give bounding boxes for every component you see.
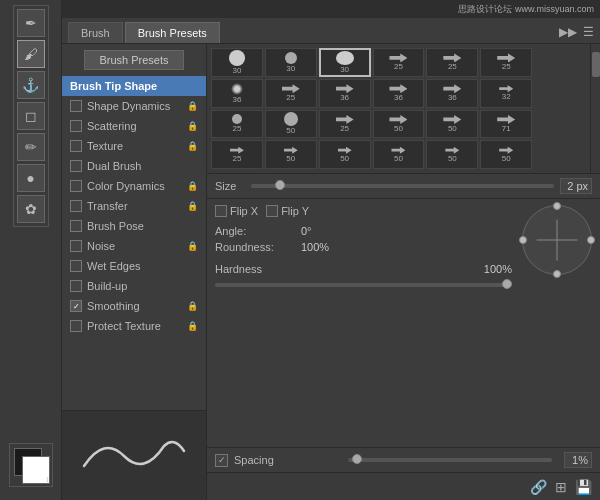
brush-thumb-23[interactable]: 50 [319, 140, 371, 169]
brush-thumb-5[interactable]: 25 [480, 48, 532, 77]
flip-x-btn[interactable]: Flip X [215, 205, 258, 217]
brush-list-item-3[interactable]: Texture🔒 [62, 136, 206, 156]
thumb-arrow [282, 84, 300, 93]
flip-x-checkbox[interactable] [215, 205, 227, 217]
thumb-circle-sm [284, 112, 298, 126]
hardness-slider-thumb[interactable] [502, 279, 512, 289]
angle-value[interactable]: 0° [301, 225, 312, 237]
brush-thumb-20[interactable] [534, 110, 586, 139]
brush-thumb-14[interactable]: 25 [211, 110, 263, 139]
brush-item-checkbox-9[interactable] [70, 260, 82, 272]
brush-thumb-21[interactable]: 25 [211, 140, 263, 169]
brush-list-item-7[interactable]: Brush Pose [62, 216, 206, 236]
brush-thumb-7[interactable]: 36 [211, 79, 263, 108]
brush-tool[interactable]: 🖌 [17, 40, 45, 68]
crosshair-v [557, 220, 558, 261]
brush-thumb-0[interactable]: 30 [211, 48, 263, 77]
brush-list-item-1[interactable]: Shape Dynamics🔒 [62, 96, 206, 116]
brush-thumb-10[interactable]: 36 [373, 79, 425, 108]
brush-thumb-11[interactable]: 36 [426, 79, 478, 108]
brush-thumb-3[interactable]: 25 [373, 48, 425, 77]
roundness-value[interactable]: 100% [301, 241, 329, 253]
thumbnail-scrollbar[interactable] [590, 44, 600, 173]
angle-circle-control[interactable] [522, 205, 592, 275]
brush-presets-button[interactable]: Brush Presets [84, 50, 183, 70]
brush-thumb-13[interactable] [534, 79, 586, 108]
brush-list-item-10[interactable]: Build-up [62, 276, 206, 296]
brush-list-item-0[interactable]: Brush Tip Shape [62, 76, 206, 96]
brush-item-checkbox-2[interactable] [70, 120, 82, 132]
brush-item-checkbox-1[interactable] [70, 100, 82, 112]
spacing-checkbox[interactable]: ✓ [215, 454, 228, 467]
brush-item-checkbox-7[interactable] [70, 220, 82, 232]
tab-brush-presets[interactable]: Brush Presets [125, 22, 220, 43]
brush-list-item-4[interactable]: Dual Brush [62, 156, 206, 176]
brush-list-item-2[interactable]: Scattering🔒 [62, 116, 206, 136]
brush-item-checkbox-12[interactable] [70, 320, 82, 332]
brush-thumb-15[interactable]: 50 [265, 110, 317, 139]
brush-item-checkbox-8[interactable] [70, 240, 82, 252]
brush-thumb-12[interactable]: 32 [480, 79, 532, 108]
brush-thumb-25[interactable]: 50 [426, 140, 478, 169]
save-icon[interactable]: 💾 [575, 479, 592, 495]
brush-item-checkbox-3[interactable] [70, 140, 82, 152]
hardness-value[interactable]: 100% [484, 263, 512, 275]
brush-item-checkbox-10[interactable] [70, 280, 82, 292]
hardness-label: Hardness [215, 263, 478, 275]
brush-list-item-9[interactable]: Wet Edges [62, 256, 206, 276]
brush-thumb-24[interactable]: 50 [373, 140, 425, 169]
left-toolbar: ✒ 🖌 ⚓ ◻ ✏ ● ✿ ↕ [0, 0, 62, 500]
spacing-slider[interactable] [348, 458, 552, 462]
angle-handle-top[interactable] [553, 202, 561, 210]
spacing-slider-thumb[interactable] [352, 454, 362, 464]
brush-list-item-11[interactable]: ✓Smoothing🔒 [62, 296, 206, 316]
spacing-value[interactable]: 1% [564, 452, 592, 468]
brush-thumb-18[interactable]: 50 [426, 110, 478, 139]
brush-thumb-6[interactable] [534, 48, 586, 77]
color-swatch[interactable]: ↕ [9, 443, 53, 487]
size-value[interactable]: 2 px [560, 178, 592, 194]
brush-thumb-26[interactable]: 50 [480, 140, 532, 169]
link-icon[interactable]: 🔗 [530, 479, 547, 495]
eraser-tool[interactable]: ◻ [17, 102, 45, 130]
brush-thumb-1[interactable]: 30 [265, 48, 317, 77]
brush-thumb-8[interactable]: 25 [265, 79, 317, 108]
brush-item-checkbox-6[interactable] [70, 200, 82, 212]
brush-thumb-27[interactable] [534, 140, 586, 169]
brush-list-item-12[interactable]: Protect Texture🔒 [62, 316, 206, 336]
stamp-tool[interactable]: ⚓ [17, 71, 45, 99]
thumb-arrow [336, 115, 354, 124]
size-slider-thumb[interactable] [275, 180, 285, 190]
pencil-tool[interactable]: ✒ [17, 9, 45, 37]
brush-thumb-19[interactable]: 71 [480, 110, 532, 139]
brush-thumb-4[interactable]: 25 [426, 48, 478, 77]
brush-thumb-17[interactable]: 50 [373, 110, 425, 139]
brush-list-item-6[interactable]: Transfer🔒 [62, 196, 206, 216]
flip-y-checkbox[interactable] [266, 205, 278, 217]
brush-thumb-22[interactable]: 50 [265, 140, 317, 169]
brush-item-checkbox-5[interactable] [70, 180, 82, 192]
size-slider-track[interactable] [251, 184, 554, 188]
brush-thumb-2[interactable]: 30 [319, 48, 371, 77]
brush-thumb-16[interactable]: 25 [319, 110, 371, 139]
blur-tool[interactable]: ● [17, 164, 45, 192]
brush-list-item-8[interactable]: Noise🔒 [62, 236, 206, 256]
menu-icon[interactable]: ☰ [583, 25, 594, 39]
grid-icon[interactable]: ⊞ [555, 479, 567, 495]
thumbnail-scrollbar-thumb[interactable] [592, 52, 600, 77]
angle-handle-bottom[interactable] [553, 270, 561, 278]
tab-icons: ▶▶ ☰ [559, 25, 594, 43]
pattern-tool[interactable]: ✿ [17, 195, 45, 223]
brush-list-item-5[interactable]: Color Dynamics🔒 [62, 176, 206, 196]
brush-item-checkbox-11[interactable]: ✓ [70, 300, 82, 312]
angle-handle-right[interactable] [587, 236, 595, 244]
hardness-slider[interactable] [215, 283, 512, 287]
angle-handle-left[interactable] [519, 236, 527, 244]
pen-tool[interactable]: ✏ [17, 133, 45, 161]
brush-item-checkbox-4[interactable] [70, 160, 82, 172]
expand-icon[interactable]: ▶▶ [559, 25, 577, 39]
brush-thumb-9[interactable]: 36 [319, 79, 371, 108]
tab-brush[interactable]: Brush [68, 22, 123, 43]
flip-y-btn[interactable]: Flip Y [266, 205, 309, 217]
thumb-circle [229, 50, 245, 66]
